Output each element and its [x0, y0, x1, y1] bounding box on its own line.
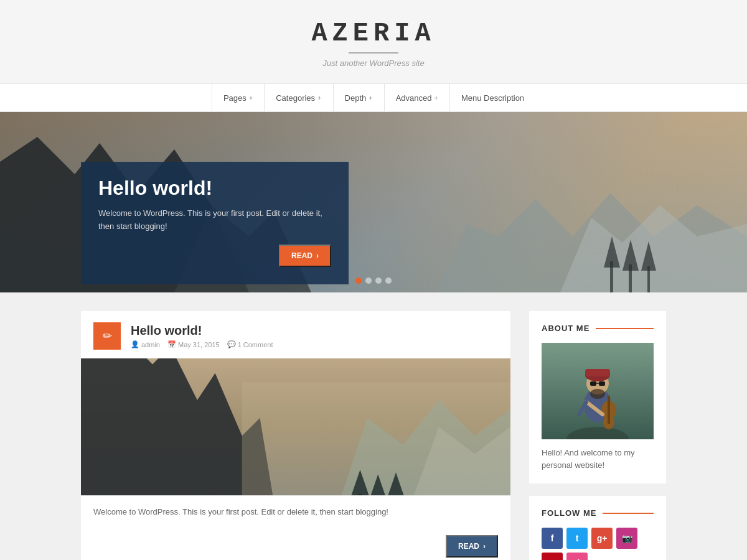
nav-plus-depth: + [369, 94, 372, 101]
post-image-svg [81, 358, 510, 495]
post-comments: 1 Comment [238, 341, 273, 348]
post-edit-icon: ✏ [93, 322, 121, 350]
read-chevron-icon: › [483, 542, 486, 551]
post-title-area: Hello world! 👤 admin 📅 May 31, 2015 💬 [131, 324, 273, 348]
nav-label-pages: Pages [223, 93, 247, 103]
svg-point-33 [590, 389, 605, 399]
about-me-image [542, 343, 654, 439]
hero-dot-4[interactable] [385, 278, 392, 284]
post-date: May 31, 2015 [178, 341, 220, 348]
site-tagline: Just another WordPress site [12, 58, 735, 68]
about-me-widget-title: ABOUT ME [542, 324, 654, 333]
nav-plus-advanced: + [435, 94, 438, 101]
calendar-icon: 📅 [167, 340, 176, 348]
hero-dot-1[interactable] [355, 278, 362, 284]
nav-item-advanced[interactable]: Advanced + [385, 84, 450, 111]
google-plus-icon[interactable]: g+ [591, 528, 613, 549]
sidebar: ABOUT ME [529, 311, 666, 560]
post-header: ✏ Hello world! 👤 admin 📅 May 31, 2015 [81, 311, 510, 358]
dribbble-icon[interactable]: d [566, 553, 588, 560]
post-excerpt: Welcome to WordPress. This is your first… [81, 495, 510, 529]
about-me-text: Hello! And welcome to my personal websit… [542, 447, 654, 471]
pinterest-icon[interactable]: p [542, 553, 563, 560]
nav-plus-categories: + [317, 94, 321, 101]
instagram-icon[interactable]: 📷 [616, 528, 637, 549]
post-comments-meta: 💬 1 Comment [227, 340, 273, 348]
svg-rect-27 [585, 369, 610, 376]
svg-rect-30 [608, 396, 610, 424]
follow-widget-title-line [603, 513, 654, 514]
hero-overlay-card: Hello world! Welcome to WordPress. This … [81, 162, 349, 284]
post-footer: READ › [81, 529, 510, 560]
main-content: ✏ Hello world! 👤 admin 📅 May 31, 2015 [68, 292, 679, 560]
comment-icon: 💬 [227, 340, 236, 348]
widget-title-line [596, 328, 654, 329]
nav-item-depth[interactable]: Depth + [334, 84, 385, 111]
facebook-icon[interactable]: f [542, 528, 563, 549]
post-title: Hello world! [131, 324, 273, 338]
nav-label-depth: Depth [345, 93, 367, 103]
user-icon: 👤 [131, 340, 139, 348]
blog-main: ✏ Hello world! 👤 admin 📅 May 31, 2015 [81, 311, 510, 560]
hero-read-button[interactable]: READ › [279, 245, 331, 267]
follow-me-widget-title: FOLLOW ME [542, 508, 654, 518]
hero-post-title: Hello world! [98, 177, 331, 200]
post-card: ✏ Hello world! 👤 admin 📅 May 31, 2015 [81, 311, 510, 560]
post-meta: 👤 admin 📅 May 31, 2015 💬 1 Comment [131, 340, 273, 348]
hero-dot-3[interactable] [375, 278, 382, 284]
hero-post-description: Welcome to WordPress. This is your first… [98, 207, 331, 233]
post-author: admin [141, 341, 160, 348]
post-read-button[interactable]: READ › [446, 535, 498, 558]
svg-rect-35 [599, 381, 605, 386]
about-me-widget: ABOUT ME [529, 311, 666, 483]
about-me-image-svg [542, 343, 654, 439]
nav-menu-description[interactable]: Menu Description [450, 84, 535, 111]
hero-slider: Hello world! Welcome to WordPress. This … [0, 112, 747, 292]
svg-rect-34 [590, 381, 596, 386]
post-featured-image [81, 358, 510, 495]
nav-label-advanced: Advanced [396, 93, 432, 103]
nav-item-categories[interactable]: Categories + [265, 84, 333, 111]
site-title-underline [349, 52, 398, 54]
main-nav: Pages + Categories + Depth + Advanced + … [0, 83, 747, 112]
nav-plus-pages: + [249, 94, 253, 101]
hero-dot-2[interactable] [365, 278, 372, 284]
site-header: AZERIA Just another WordPress site [0, 0, 747, 83]
post-author-meta: 👤 admin [131, 340, 160, 348]
follow-icons-container: f t g+ 📷 p d [542, 528, 654, 560]
twitter-icon[interactable]: t [566, 528, 588, 549]
nav-label-categories: Categories [276, 93, 315, 103]
hero-slider-dots [355, 278, 392, 284]
site-title: AZERIA [12, 19, 735, 49]
follow-me-widget: FOLLOW ME f t g+ 📷 p d [529, 496, 666, 560]
post-date-meta: 📅 May 31, 2015 [167, 340, 220, 348]
nav-item-pages[interactable]: Pages + [212, 84, 265, 111]
chevron-right-icon: › [316, 251, 319, 260]
